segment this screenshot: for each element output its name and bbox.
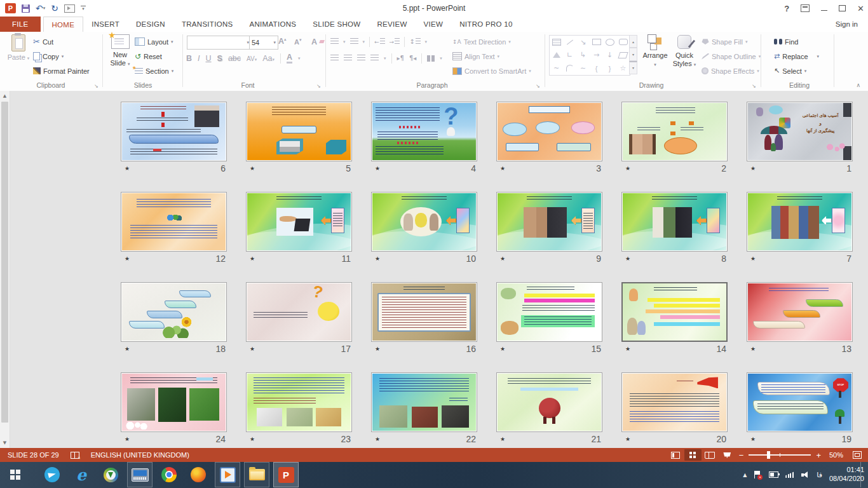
slide-thumbnail-9[interactable] xyxy=(496,192,602,252)
shapes-gallery-scroll[interactable]: ▴ ▾ ▾ xyxy=(629,35,637,74)
tab-nitro-pro-10[interactable]: NITRO PRO 10 xyxy=(451,17,520,32)
rtl-paragraph-icon[interactable]: ¶◂ xyxy=(409,55,416,62)
slide-thumbnail-16[interactable] xyxy=(371,282,477,342)
paste-button[interactable]: Paste ▾ xyxy=(4,34,33,62)
text-direction-button[interactable]: ↕AText Direction▾ xyxy=(452,36,511,48)
shape-oval-icon[interactable] xyxy=(606,39,614,46)
section-button[interactable]: Section▾ xyxy=(135,65,173,77)
ribbon-display-options-icon[interactable] xyxy=(801,4,810,12)
align-left-icon[interactable] xyxy=(330,55,339,62)
slide-thumbnail-6[interactable] xyxy=(121,102,227,161)
decrease-indent-icon[interactable]: ← xyxy=(374,38,385,45)
slide-thumbnail-24[interactable] xyxy=(121,372,227,432)
shape-outline-button[interactable]: Shape Outline▾ xyxy=(702,50,761,62)
font-name-combo[interactable]: ▾ xyxy=(187,36,252,50)
zoom-out-button[interactable]: − xyxy=(736,451,747,460)
scrollbar-thumb[interactable] xyxy=(1,102,8,423)
shape-rounded-rectangle-icon[interactable] xyxy=(619,39,628,45)
format-painter-button[interactable]: Format Painter xyxy=(33,65,90,77)
taskbar-idm-icon[interactable] xyxy=(98,462,123,487)
input-language-indicator[interactable]: فا xyxy=(817,471,822,479)
power-battery-icon[interactable] xyxy=(769,471,778,478)
slide-thumbnail-3[interactable] xyxy=(496,102,602,161)
shape-scribble-icon[interactable]: ~ xyxy=(553,64,559,72)
shape-arrow-line-icon[interactable]: ↘ xyxy=(580,38,586,46)
find-button[interactable]: Find xyxy=(774,36,798,48)
network-signal-icon[interactable] xyxy=(785,471,794,478)
shape-elbow-icon[interactable]: ∟ xyxy=(567,51,573,59)
taskbar-telegram-icon[interactable] xyxy=(39,462,65,487)
increase-font-size-button[interactable]: A▴ xyxy=(278,36,287,48)
shape-right-arrow-icon[interactable]: → xyxy=(593,51,599,59)
bold-button[interactable]: B xyxy=(186,54,192,63)
volume-icon[interactable] xyxy=(801,471,810,478)
clipboard-dialog-launcher-icon[interactable]: ↘ xyxy=(94,83,98,89)
help-icon[interactable]: ? xyxy=(784,4,789,13)
shape-curve-icon[interactable]: ∼ xyxy=(580,64,586,72)
decrease-font-size-button[interactable]: A▾ xyxy=(294,36,301,48)
slide-thumbnail-10[interactable] xyxy=(371,192,477,252)
shape-line-icon[interactable] xyxy=(566,39,573,44)
zoom-level[interactable]: 50% xyxy=(824,451,848,459)
change-case-button[interactable]: Aa▾ xyxy=(262,54,275,63)
tab-animations[interactable]: ANIMATIONS xyxy=(241,17,305,32)
increase-indent-icon[interactable]: → xyxy=(390,38,400,45)
scroll-up-icon[interactable]: ▲ xyxy=(0,91,10,101)
taskbar-ie-icon[interactable] xyxy=(69,462,94,487)
text-shadow-button[interactable]: S xyxy=(217,54,222,63)
align-text-button[interactable]: Align Text▾ xyxy=(452,50,499,62)
gallery-scroll-up-icon[interactable]: ▴ xyxy=(629,35,637,48)
reset-button[interactable]: ↺Reset xyxy=(135,50,162,62)
redo-button[interactable]: ↻ xyxy=(51,4,58,13)
slide-sorter-view-button[interactable] xyxy=(684,449,702,461)
taskbar-powerpoint-icon[interactable] xyxy=(273,462,299,487)
slide-thumbnail-14[interactable] xyxy=(621,282,728,342)
slide-thumbnail-11[interactable] xyxy=(246,192,352,252)
copy-button[interactable]: Copy▾ xyxy=(33,50,64,62)
taskbar-clock[interactable]: 01:41 08/04/2020 xyxy=(829,466,864,484)
reading-view-button[interactable] xyxy=(702,449,719,461)
underline-button[interactable]: U xyxy=(206,54,212,63)
vertical-scrollbar[interactable]: ▲ ▼ xyxy=(0,91,10,448)
cut-button[interactable]: ✂Cut xyxy=(33,36,53,48)
slide-thumbnail-1[interactable]: آسیب های اجتماعی و پیشگیری از آنها xyxy=(747,102,853,161)
gallery-more-icon[interactable]: ▾ xyxy=(629,61,637,74)
zoom-slider[interactable] xyxy=(749,454,811,456)
new-slide-button[interactable]: New Slide ▾ xyxy=(105,34,135,67)
columns-icon[interactable] xyxy=(427,55,435,62)
slide-thumbnail-19[interactable]: STOP xyxy=(747,372,853,432)
slide-show-button[interactable] xyxy=(719,449,736,461)
tab-design[interactable]: DESIGN xyxy=(128,17,173,32)
select-button[interactable]: ↖Select▾ xyxy=(774,65,806,77)
taskbar-explorer-icon[interactable] xyxy=(244,462,269,487)
slide-thumbnail-15[interactable] xyxy=(496,282,602,342)
layout-button[interactable]: Layout▾ xyxy=(135,36,173,48)
ltr-paragraph-icon[interactable]: ▸¶ xyxy=(397,55,404,62)
sign-in-link[interactable]: Sign in xyxy=(836,17,868,32)
shape-parallelogram-icon[interactable] xyxy=(618,52,628,58)
undo-button[interactable]: ↶▾ xyxy=(36,4,45,13)
maximize-button[interactable] xyxy=(839,5,846,11)
taskbar-osk-icon[interactable] xyxy=(127,462,153,487)
language-indicator[interactable]: ENGLISH (UNITED KINGDOM) xyxy=(91,451,189,459)
line-spacing-icon[interactable]: ↕ xyxy=(409,38,420,45)
taskbar-chrome-icon[interactable] xyxy=(156,462,182,487)
convert-to-smartart-button[interactable]: Convert to SmartArt▾ xyxy=(452,65,531,77)
quick-styles-button[interactable]: Quick Styles ▾ xyxy=(670,34,699,68)
action-center-flag-icon[interactable]: × xyxy=(754,471,762,479)
shape-left-brace-icon[interactable]: { xyxy=(595,65,598,72)
font-dialog-launcher-icon[interactable]: ↘ xyxy=(316,83,321,89)
numbering-icon[interactable] xyxy=(350,38,358,45)
spell-check-icon[interactable] xyxy=(71,452,79,459)
slide-thumbnail-5[interactable] xyxy=(246,102,352,161)
shape-textbox-icon[interactable] xyxy=(552,39,561,46)
gallery-scroll-down-icon[interactable]: ▾ xyxy=(629,48,637,60)
font-color-button[interactable]: A xyxy=(287,53,292,64)
shape-star-icon[interactable]: ☆ xyxy=(620,64,627,72)
bullets-icon[interactable] xyxy=(330,38,339,45)
show-desktop-button[interactable] xyxy=(860,462,864,487)
zoom-in-button[interactable]: + xyxy=(813,451,824,460)
shape-fill-button[interactable]: Shape Fill▾ xyxy=(702,36,747,48)
tab-home[interactable]: HOME xyxy=(43,17,84,32)
clear-formatting-button[interactable]: A xyxy=(311,36,324,48)
